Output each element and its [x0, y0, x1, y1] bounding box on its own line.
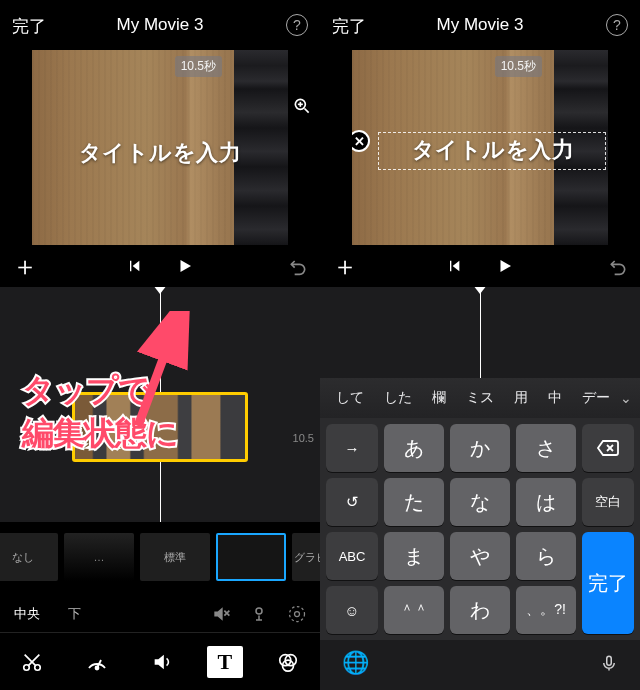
title-options-row: 中央 下 [0, 596, 320, 632]
prediction[interactable]: した [374, 389, 422, 407]
svg-line-1 [305, 109, 309, 113]
prediction[interactable]: ミス [456, 389, 504, 407]
svg-point-9 [290, 607, 305, 622]
prediction[interactable]: して [326, 389, 374, 407]
svg-point-15 [96, 666, 99, 669]
svg-point-7 [256, 608, 262, 614]
style-none[interactable]: なし [0, 533, 58, 581]
volume-icon[interactable] [142, 642, 182, 682]
key-a[interactable]: あ [384, 424, 444, 472]
speed-icon[interactable] [77, 642, 117, 682]
titles-tab[interactable]: T [207, 646, 243, 678]
style-opt-1[interactable]: … [64, 533, 134, 581]
key-undo[interactable]: ↺ [326, 478, 378, 526]
key-ya[interactable]: や [450, 532, 510, 580]
video-thumbnail[interactable]: 10.5秒 ✕ タイトルを入力 [352, 50, 608, 245]
key-sa[interactable]: さ [516, 424, 576, 472]
title-overlay[interactable]: タイトルを入力 [32, 138, 288, 168]
key-ra[interactable]: ら [516, 532, 576, 580]
undo-icon[interactable] [608, 256, 628, 276]
globe-icon[interactable]: 🌐 [342, 650, 369, 676]
zoom-icon[interactable] [290, 94, 314, 118]
gear-icon[interactable] [282, 599, 312, 629]
prediction-row[interactable]: して した 欄 ミス 用 中 デー ⌄ [320, 378, 640, 418]
svg-line-4 [138, 319, 178, 426]
add-media-button[interactable]: ＋ [12, 249, 38, 284]
key-na[interactable]: な [450, 478, 510, 526]
pos-center-button[interactable]: 中央 [0, 605, 54, 623]
mute-icon[interactable] [206, 599, 236, 629]
filters-icon[interactable] [268, 642, 308, 682]
screenshot-left: 完了 My Movie 3 ? 10.5秒 タイトルを入力 ＋ [0, 0, 320, 690]
key-ma[interactable]: ま [384, 532, 444, 580]
key-punct[interactable]: 、。?! [516, 586, 576, 634]
play-icon[interactable] [496, 257, 514, 275]
header: 完了 My Movie 3 ? [320, 0, 640, 50]
mic-icon[interactable] [244, 599, 274, 629]
video-preview[interactable]: 10.5秒 ✕ タイトルを入力 [320, 50, 640, 245]
key-emoji[interactable]: ☺ [326, 586, 378, 634]
key-ka[interactable]: か [450, 424, 510, 472]
video-preview[interactable]: 10.5秒 タイトルを入力 [0, 50, 320, 245]
chevron-down-icon[interactable]: ⌄ [614, 390, 638, 406]
prediction[interactable]: 中 [538, 389, 572, 407]
duration-badge: 10.5秒 [495, 56, 542, 77]
transport-bar: ＋ [0, 245, 320, 287]
skip-back-icon[interactable] [126, 258, 142, 274]
prediction[interactable]: 用 [504, 389, 538, 407]
prediction[interactable]: 欄 [422, 389, 456, 407]
mic-icon[interactable] [600, 652, 618, 674]
arrow-icon [130, 311, 200, 431]
project-title: My Movie 3 [117, 15, 204, 35]
cut-icon[interactable] [12, 642, 52, 682]
timeline[interactable]: 10.5 タップで 編集状態に [0, 287, 320, 522]
svg-point-8 [295, 612, 300, 617]
timeline-time: 10.5 [293, 432, 314, 444]
undo-icon[interactable] [288, 256, 308, 276]
key-backspace[interactable] [582, 424, 634, 472]
play-icon[interactable] [176, 257, 194, 275]
bottom-toolbar: T [0, 632, 320, 690]
video-thumbnail[interactable]: 10.5秒 タイトルを入力 [32, 50, 288, 245]
keyboard[interactable]: して した 欄 ミス 用 中 デー ⌄ → あ か さ ↺ た な は 空白 [320, 378, 640, 690]
keyboard-bottom-row: 🌐 [320, 640, 640, 690]
key-abc[interactable]: ABC [326, 532, 378, 580]
key-space[interactable]: 空白 [582, 478, 634, 526]
add-media-button[interactable]: ＋ [332, 249, 358, 284]
key-ha[interactable]: は [516, 478, 576, 526]
done-button[interactable]: 完了 [12, 15, 46, 38]
key-small[interactable]: ＾＾ [384, 586, 444, 634]
key-next[interactable]: → [326, 424, 378, 472]
help-icon[interactable]: ? [606, 14, 628, 36]
project-title: My Movie 3 [437, 15, 524, 35]
screenshot-right: 完了 My Movie 3 ? 10.5秒 ✕ タイトルを入力 ＋ [320, 0, 640, 690]
done-button[interactable]: 完了 [332, 15, 366, 38]
key-wa[interactable]: わ [450, 586, 510, 634]
style-selected[interactable] [216, 533, 286, 581]
help-icon[interactable]: ? [286, 14, 308, 36]
transport-bar: ＋ [320, 245, 640, 287]
svg-rect-21 [607, 656, 612, 665]
pos-bottom-button[interactable]: 下 [54, 605, 95, 623]
duration-badge: 10.5秒 [175, 56, 222, 77]
style-gravity[interactable]: グラビティー [292, 533, 320, 581]
style-standard[interactable]: 標準 [140, 533, 210, 581]
annotation-text: タップで 編集状態に [22, 369, 178, 455]
title-overlay[interactable]: タイトルを入力 [378, 135, 608, 165]
header: 完了 My Movie 3 ? [0, 0, 320, 50]
key-done[interactable]: 完了 [582, 532, 634, 634]
skip-back-icon[interactable] [446, 258, 462, 274]
key-grid: → あ か さ ↺ た な は 空白 ABC ま や ら 完了 ☺ ＾＾ わ 、… [320, 418, 640, 640]
prediction[interactable]: デー [572, 389, 614, 407]
title-style-strip[interactable]: なし … 標準 グラビティー リビー [0, 522, 320, 592]
key-ta[interactable]: た [384, 478, 444, 526]
